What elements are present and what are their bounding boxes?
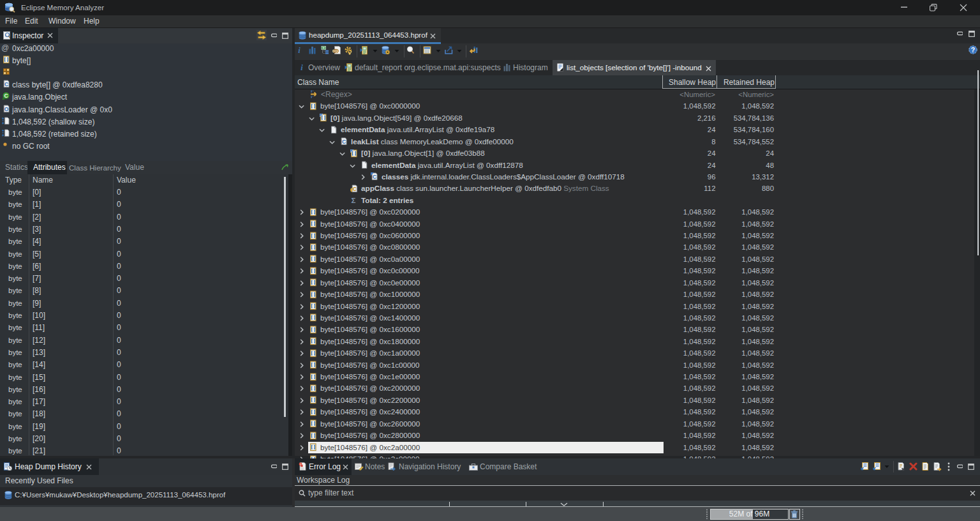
svg-text:i: i xyxy=(298,46,301,55)
svg-text:C: C xyxy=(4,81,8,87)
svg-text:O: O xyxy=(4,105,9,112)
svg-text:i: i xyxy=(301,63,303,72)
svg-text:C: C xyxy=(353,185,357,192)
svg-text:C: C xyxy=(4,93,8,99)
svg-text:@: @ xyxy=(1,43,9,52)
svg-text:C: C xyxy=(342,139,346,145)
svg-text:Σ: Σ xyxy=(352,197,356,204)
svg-text:C: C xyxy=(373,174,376,180)
svg-text:?: ? xyxy=(971,46,975,54)
svg-text:OQL: OQL xyxy=(332,49,339,53)
